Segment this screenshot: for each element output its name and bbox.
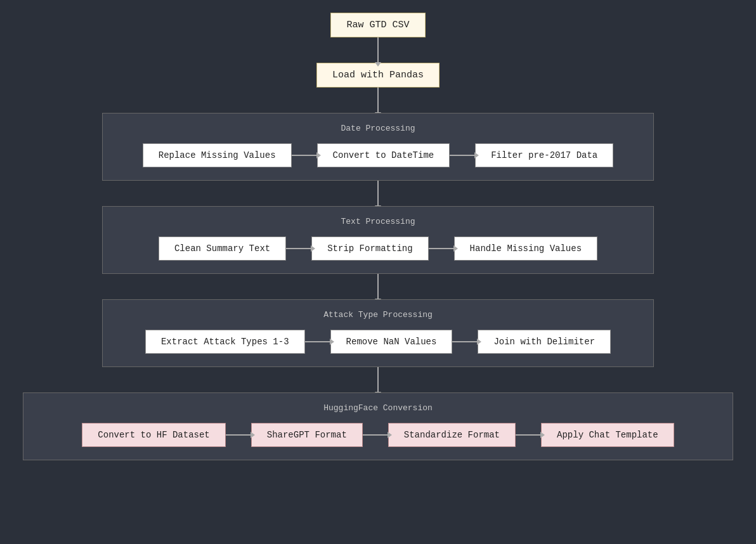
sharegpt-format-node: ShareGPT Format [251,423,363,447]
join-with-delimiter-node: Join with Delimiter [478,330,611,354]
clean-summary-text-node: Clean Summary Text [159,236,286,261]
attack-type-row: Extract Attack Types 1-3 Remove NaN Valu… [115,330,641,354]
text-processing-group: Text Processing Clean Summary Text Strip… [102,206,654,274]
filter-pre2017-node: Filter pre-2017 Data [475,143,613,167]
date-processing-title: Date Processing [115,124,641,133]
arrow-hf-1 [226,434,251,436]
text-processing-title: Text Processing [115,217,641,226]
arrow-4 [377,274,379,299]
attack-type-title: Attack Type Processing [115,310,641,320]
date-processing-group: Date Processing Replace Missing Values C… [102,113,654,181]
arrow-hf-2 [363,434,388,436]
apply-chat-template-node: Apply Chat Template [541,423,674,447]
handle-missing-values-node: Handle Missing Values [454,236,597,261]
arrow-3 [377,181,379,206]
flowchart: Raw GTD CSV Load with Pandas Date Proces… [0,13,756,460]
strip-formatting-node: Strip Formatting [311,236,428,261]
extract-attack-types-node: Extract Attack Types 1-3 [145,330,305,354]
attack-type-group: Attack Type Processing Extract Attack Ty… [102,299,654,367]
remove-nan-values-node: Remove NaN Values [330,330,453,354]
arrow-at-1 [305,341,330,342]
arrow-dp-1 [292,155,317,156]
convert-hf-dataset-node: Convert to HF Dataset [82,423,225,447]
standardize-format-node: Standardize Format [388,423,516,447]
arrow-5 [377,367,379,392]
convert-datetime-node: Convert to DateTime [317,143,450,167]
huggingface-title: HuggingFace Conversion [36,403,720,413]
huggingface-group: HuggingFace Conversion Convert to HF Dat… [23,392,733,460]
arrow-1 [377,37,379,63]
arrow-2 [377,87,379,113]
raw-gtd-csv-node: Raw GTD CSV [330,13,425,37]
huggingface-row: Convert to HF Dataset ShareGPT Format St… [36,423,720,447]
replace-missing-values-node: Replace Missing Values [143,143,292,167]
text-processing-row: Clean Summary Text Strip Formatting Hand… [115,236,641,261]
arrow-tp-1 [286,248,311,249]
date-processing-row: Replace Missing Values Convert to DateTi… [115,143,641,167]
arrow-at-2 [452,341,478,342]
arrow-hf-3 [516,434,541,436]
arrow-tp-2 [429,248,454,249]
arrow-dp-2 [450,155,475,156]
